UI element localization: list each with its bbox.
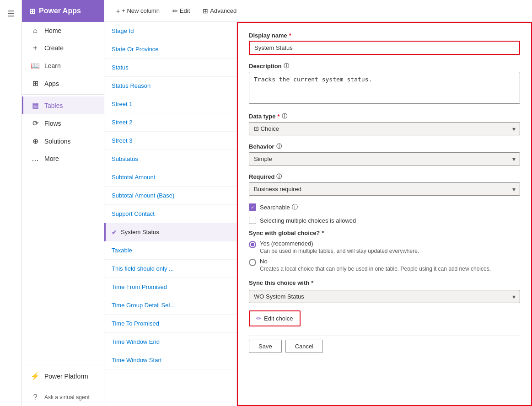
table-row[interactable]: Support Contact ⋮ xyxy=(104,205,236,223)
nav-divider xyxy=(22,94,104,95)
data-type-label: Data type * ⓘ xyxy=(249,112,520,120)
right-panel: Display name * Description ⓘ Tracks the … xyxy=(237,22,532,406)
table-row[interactable]: Subtotal Amount ⋮ xyxy=(104,168,236,187)
form-footer: Save Cancel xyxy=(249,336,520,353)
save-button[interactable]: Save xyxy=(249,340,282,353)
tables-icon: ▦ xyxy=(31,101,40,110)
table-row[interactable]: Taxable ⋮ xyxy=(104,241,236,260)
flows-icon: ⟳ xyxy=(31,119,40,128)
no-desc: Creates a local choice that can only be … xyxy=(260,266,491,272)
edit-choice-button[interactable]: ✏ Edit choice xyxy=(249,310,301,326)
create-icon: + xyxy=(31,44,40,52)
table-row[interactable]: State Or Province ⋮ xyxy=(104,40,236,59)
more-icon: … xyxy=(31,155,40,163)
learn-icon: 📖 xyxy=(31,61,40,70)
no-label: No xyxy=(260,258,491,265)
required-label: Required ⓘ xyxy=(249,173,520,181)
data-type-group: Data type * ⓘ ⊡ Choice ▾ xyxy=(249,112,520,135)
sidebar-item-label-apps: Apps xyxy=(44,80,59,87)
edit-label: Edit xyxy=(180,7,190,14)
advanced-icon: ⊞ xyxy=(203,7,208,15)
advanced-label: Advanced xyxy=(210,7,236,14)
sidebar-item-flows[interactable]: ⟳ Flows xyxy=(22,114,104,132)
sync-choice-select[interactable]: WO System Status xyxy=(249,290,520,303)
multiple-choices-row: Selecting multiple choices is allowed xyxy=(249,217,520,224)
table-row[interactable]: Substatus ⋮ xyxy=(104,150,236,168)
table-row[interactable]: Street 2 ⋮ xyxy=(104,113,236,132)
description-group: Description ⓘ Tracks the current system … xyxy=(249,62,520,105)
no-radio-row: No Creates a local choice that can only … xyxy=(249,258,520,272)
advanced-button[interactable]: ⊞ Advanced xyxy=(198,5,241,17)
table-row[interactable]: Time To Promised ⋮ xyxy=(104,315,236,333)
new-column-label: + New column xyxy=(122,7,160,14)
multiple-choices-checkbox[interactable] xyxy=(249,217,256,224)
required-select[interactable]: Business required Optional Business reco… xyxy=(249,182,520,196)
hamburger-menu[interactable]: ☰ xyxy=(2,5,20,23)
sidebar-item-label-learn: Learn xyxy=(44,62,61,69)
table-row[interactable]: Street 1 ⋮ xyxy=(104,95,236,113)
plus-icon: + xyxy=(116,7,120,15)
table-row[interactable]: Time Group Detail Sel... ⋮ xyxy=(104,296,236,315)
table-row[interactable]: This field should only ... ⋮ xyxy=(104,260,236,278)
pencil-icon: ✏ xyxy=(256,315,261,322)
data-type-select[interactable]: ⊡ Choice xyxy=(249,122,520,135)
table-row-system-status[interactable]: ✔ System Status ⋮ xyxy=(104,223,236,241)
sidebar-item-label-more: More xyxy=(44,155,59,162)
table-row[interactable]: Status Reason ⋮ xyxy=(104,77,236,95)
data-type-select-wrapper: ⊡ Choice ▾ xyxy=(249,122,520,135)
table-row[interactable]: Street 3 ⋮ xyxy=(104,132,236,150)
table-row[interactable]: Status ⋮ xyxy=(104,59,236,77)
sync-global-group: Sync with global choice? * Yes (recommen… xyxy=(249,230,520,272)
table-row[interactable]: Time Window End ⋮ xyxy=(104,333,236,351)
table-row[interactable]: Subtotal Amount (Base) ⋮ xyxy=(104,187,236,205)
sidebar-item-learn[interactable]: 📖 Learn xyxy=(22,57,104,75)
yes-radio-content: Yes (recommended) Can be used in multipl… xyxy=(260,240,419,254)
description-label: Description ⓘ xyxy=(249,62,520,70)
yes-desc: Can be used in multiple tables, and will… xyxy=(260,248,419,254)
required-group: Required ⓘ Business required Optional Bu… xyxy=(249,173,520,196)
edit-icon: ✏ xyxy=(172,7,178,15)
required-star: * xyxy=(311,279,313,286)
main-area: + + New column ✏ Edit ⊞ Advanced Stage I… xyxy=(104,0,532,406)
searchable-checkbox[interactable]: ✓ xyxy=(249,203,256,211)
apps-icon: ⊞ xyxy=(31,79,40,88)
edit-button[interactable]: ✏ Edit xyxy=(168,5,194,17)
data-type-info-icon: ⓘ xyxy=(282,112,287,120)
new-column-button[interactable]: + + New column xyxy=(112,5,164,17)
sidebar-item-tables[interactable]: ▦ Tables xyxy=(22,96,104,114)
required-select-wrapper: Business required Optional Business reco… xyxy=(249,182,520,196)
searchable-label: Searchable ⓘ xyxy=(260,203,298,211)
help-icon: ? xyxy=(31,393,40,401)
behavior-select[interactable]: Simple xyxy=(249,152,520,166)
sidebar-item-label-solutions: Solutions xyxy=(44,138,71,145)
edit-choice-label: Edit choice xyxy=(264,315,293,322)
sidebar-item-label-tables: Tables xyxy=(44,102,63,109)
no-radio-content: No Creates a local choice that can only … xyxy=(260,258,491,272)
table-row[interactable]: Time Window Start ⋮ xyxy=(104,351,236,369)
app-title: Power Apps xyxy=(39,7,81,15)
display-name-label: Display name * xyxy=(249,32,520,39)
cancel-button[interactable]: Cancel xyxy=(285,340,323,353)
sidebar-item-home[interactable]: ⌂ Home xyxy=(22,22,104,39)
required-info-icon: ⓘ xyxy=(276,173,282,181)
power-platform-icon: ⚡ xyxy=(31,372,40,380)
sync-choice-title: Sync this choice with * xyxy=(249,279,520,286)
sidebar-item-more[interactable]: … More xyxy=(22,150,104,167)
sidebar-item-ask-agent[interactable]: ? Ask a virtual agent xyxy=(22,389,104,406)
display-name-group: Display name * xyxy=(249,32,520,55)
display-name-input[interactable] xyxy=(249,41,520,55)
no-radio-button[interactable] xyxy=(249,259,256,266)
sidebar-item-apps[interactable]: ⊞ Apps xyxy=(22,75,104,92)
content-split: Stage Id ⋮ State Or Province ⋮ Status ⋮ … xyxy=(104,22,532,406)
sync-global-title: Sync with global choice? * xyxy=(249,230,520,236)
app-title-bar: ⊞ Power Apps xyxy=(22,0,104,22)
sidebar-item-solutions[interactable]: ⊕ Solutions xyxy=(22,132,104,150)
table-row[interactable]: Time From Promised ⋮ xyxy=(104,278,236,296)
description-textarea[interactable]: Tracks the current system status. xyxy=(249,72,520,104)
description-info-icon: ⓘ xyxy=(284,62,289,70)
table-row[interactable]: Stage Id ⋮ xyxy=(104,22,236,40)
solutions-icon: ⊕ xyxy=(31,137,40,145)
yes-radio-button[interactable] xyxy=(249,241,256,248)
sidebar-item-create[interactable]: + Create xyxy=(22,39,104,57)
sidebar-item-power-platform[interactable]: ⚡ Power Platform xyxy=(22,367,104,385)
